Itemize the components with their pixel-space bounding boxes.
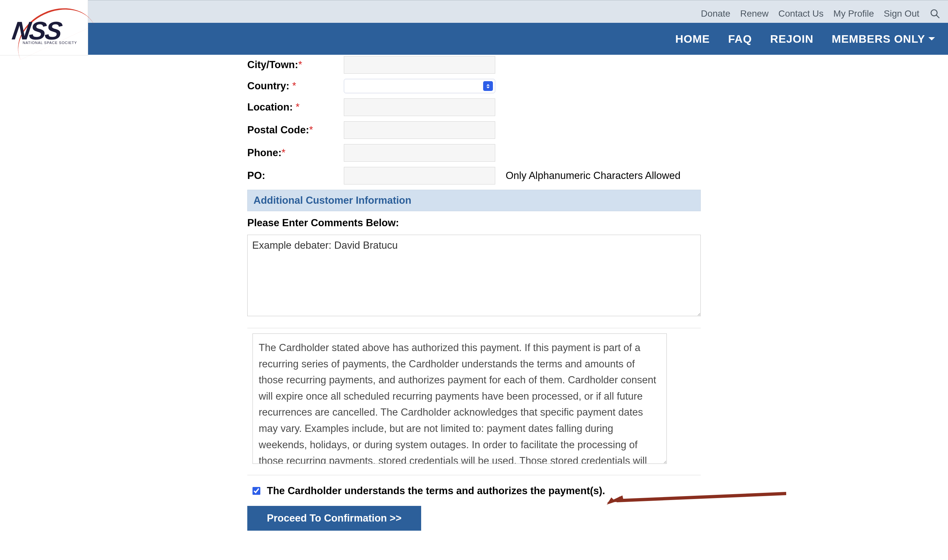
nav-rejoin[interactable]: REJOIN [770,32,814,45]
phone-input[interactable] [344,144,495,162]
topbar-link-donate[interactable]: Donate [701,8,731,19]
terms-textarea[interactable] [253,334,667,464]
search-icon[interactable] [929,8,941,20]
main-nav: HOME FAQ REJOIN MEMBERS ONLY [0,23,948,55]
po-input[interactable] [344,167,495,185]
postal-input[interactable] [344,121,495,139]
divider [247,328,701,328]
topbar-link-renew[interactable]: Renew [740,8,769,19]
comments-label: Please Enter Comments Below: [247,217,701,229]
topbar: Donate Renew Contact Us My Profile Sign … [0,0,948,23]
chevron-down-icon [928,37,935,40]
proceed-button[interactable]: Proceed To Confirmation >> [247,506,421,531]
section-header-additional: Additional Customer Information [247,190,701,211]
city-label: City/Town:* [247,59,344,71]
consent-checkbox[interactable] [253,487,261,495]
svg-marker-3 [607,495,624,503]
svg-point-0 [931,10,937,16]
topbar-link-signout[interactable]: Sign Out [884,8,919,19]
phone-label: Phone:* [247,147,344,159]
select-handle-icon [483,81,493,91]
logo[interactable]: NSS NATIONAL SPACE SOCIETY [0,0,88,55]
comments-textarea[interactable] [247,235,701,316]
nav-members-only[interactable]: MEMBERS ONLY [832,32,935,45]
consent-label: The Cardholder understands the terms and… [267,485,605,497]
nav-home[interactable]: HOME [675,32,710,45]
postal-label: Postal Code:* [247,124,344,136]
po-label: PO: [247,170,344,182]
topbar-links: Donate Renew Contact Us My Profile Sign … [701,8,941,20]
po-note: Only Alphanumeric Characters Allowed [506,170,680,182]
topbar-link-profile[interactable]: My Profile [834,8,874,19]
city-input[interactable] [344,56,495,74]
nav-faq[interactable]: FAQ [728,32,752,45]
topbar-link-contact[interactable]: Contact Us [778,8,824,19]
location-input[interactable] [344,98,495,116]
logo-tagline: NATIONAL SPACE SOCIETY [23,41,77,45]
svg-line-1 [936,15,939,18]
country-label: Country: * [247,80,344,92]
form-container: City/Town:* Country: * Location: * Posta… [247,55,701,531]
country-select[interactable] [344,79,495,93]
location-label: Location: * [247,102,344,113]
